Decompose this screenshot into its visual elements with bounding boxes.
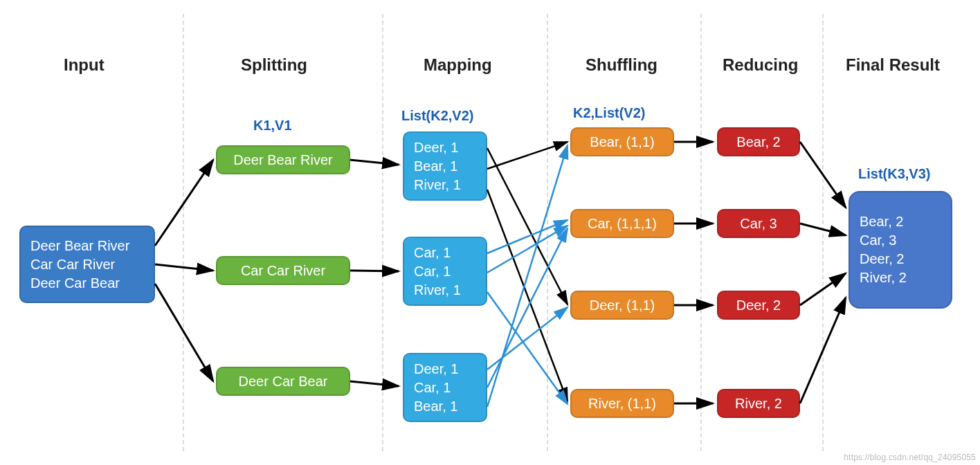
label-listk2v2: List(K2,V2) (401, 108, 473, 124)
svg-line-4 (350, 271, 399, 271)
reduce-text: Car, 3 (740, 215, 777, 233)
input-box: Deer Bear River Car Car River Deer Car B… (19, 226, 155, 303)
shuffle-text: River, (1,1) (588, 394, 656, 413)
final-line: Deer, 2 (860, 250, 941, 268)
split-box-1: Deer Bear River (216, 145, 350, 174)
shuffle-text: Car, (1,1,1) (588, 215, 657, 233)
shuffle-text: Deer, (1,1) (590, 296, 655, 315)
reduce-box-2: Car, 3 (717, 209, 800, 238)
svg-line-9 (487, 220, 568, 253)
label-k1v1: K1,V1 (253, 118, 292, 134)
map-line: Car, 1 (414, 244, 476, 262)
header-mapping: Mapping (424, 55, 492, 75)
split-text: Deer Bear River (233, 151, 332, 170)
reduce-box-1: Bear, 2 (717, 127, 800, 156)
label-listk3v3: List(K3,V3) (858, 166, 930, 182)
final-line: Car, 3 (860, 231, 941, 250)
map-box-3: Deer, 1 Car, 1 Bear, 1 (403, 353, 487, 422)
watermark: https://blog.csdn.net/qq_24095055 (844, 453, 976, 462)
final-line: Bear, 2 (860, 212, 941, 231)
map-box-2: Car, 1 Car, 1 River, 1 (403, 237, 487, 306)
final-box: Bear, 2 Car, 3 Deer, 2 River, 2 (849, 191, 952, 309)
map-line: River, 1 (414, 176, 476, 194)
reduce-text: Bear, 2 (736, 133, 780, 152)
map-line: Car, 1 (414, 379, 476, 397)
svg-line-2 (155, 284, 213, 381)
divider (183, 14, 184, 451)
svg-line-13 (487, 228, 568, 388)
split-box-2: Car Car River (216, 256, 350, 285)
header-reducing: Reducing (723, 55, 798, 75)
label-k2listv2: K2,List(V2) (573, 105, 645, 121)
divider (547, 14, 548, 451)
final-line: River, 2 (860, 268, 941, 287)
map-line: Deer, 1 (414, 360, 476, 379)
svg-line-11 (487, 292, 568, 404)
shuffle-box-1: Bear, (1,1) (570, 127, 674, 156)
input-line: Deer Car Bear (30, 274, 144, 293)
split-text: Car Car River (241, 262, 325, 280)
header-splitting: Splitting (241, 55, 307, 75)
svg-line-7 (487, 142, 568, 169)
input-line: Car Car River (30, 255, 144, 274)
shuffle-text: Bear, (1,1) (590, 133, 654, 152)
reduce-text: Deer, 2 (736, 296, 781, 315)
input-line: Deer Bear River (30, 237, 144, 255)
map-line: Car, 1 (414, 262, 476, 281)
divider (382, 14, 383, 451)
svg-line-10 (487, 226, 568, 273)
map-line: River, 1 (414, 281, 476, 300)
map-line: Bear, 1 (414, 157, 476, 176)
shuffle-box-4: River, (1,1) (570, 389, 674, 418)
svg-line-3 (350, 160, 399, 165)
header-shuffling: Shuffling (586, 55, 657, 75)
header-final: Final Result (846, 55, 940, 75)
svg-line-5 (350, 381, 399, 386)
svg-line-12 (487, 307, 568, 370)
map-line: Deer, 1 (414, 138, 476, 157)
map-line: Bear, 1 (414, 397, 476, 416)
svg-line-14 (487, 145, 568, 407)
svg-line-1 (155, 264, 213, 271)
reduce-box-4: River, 2 (717, 389, 800, 418)
shuffle-box-3: Deer, (1,1) (570, 291, 674, 320)
svg-line-6 (487, 148, 568, 304)
svg-line-0 (155, 160, 213, 246)
header-input: Input (64, 55, 105, 75)
reduce-box-3: Deer, 2 (717, 291, 800, 320)
split-text: Deer Car Bear (239, 372, 328, 391)
divider (822, 14, 824, 451)
reduce-text: River, 2 (735, 394, 782, 413)
split-box-3: Deer Car Bear (216, 367, 350, 396)
map-box-1: Deer, 1 Bear, 1 River, 1 (403, 131, 487, 201)
svg-line-8 (487, 190, 568, 401)
shuffle-box-2: Car, (1,1,1) (570, 209, 674, 238)
divider (700, 14, 702, 451)
